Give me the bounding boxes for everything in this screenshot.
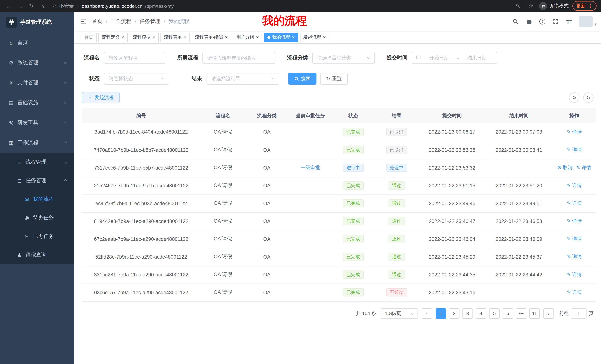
cell-end-time: 2022-01-22 23:46:53 (485, 212, 552, 230)
search-toggle-button[interactable] (569, 92, 580, 103)
goto-page-input[interactable] (571, 308, 587, 318)
tab-label: 我的流程 (272, 34, 290, 40)
page-size-select[interactable]: 10条/页 (381, 308, 418, 318)
address-bar[interactable]: ⚠ 不安全 | dashboard.yudao.iocoder.cn/bpm/t… (53, 3, 511, 9)
sidebar-item-payment-mgmt[interactable]: ¥支付管理 (0, 73, 74, 93)
close-icon[interactable]: × (225, 35, 228, 40)
page-button-11[interactable]: 11 (529, 308, 540, 318)
page-button-5[interactable]: 5 (489, 308, 500, 318)
github-icon[interactable] (523, 16, 535, 28)
cancel-link[interactable]: ⊘ 取消 (557, 165, 572, 170)
status-select[interactable]: 请选择状态 (104, 73, 169, 85)
close-icon[interactable]: × (256, 35, 259, 40)
create-process-button[interactable]: ＋ 发起流程 (82, 92, 120, 103)
tab-user-group[interactable]: 用户分组× (233, 32, 262, 42)
result-select[interactable]: 请选择流结果 (207, 73, 279, 85)
tab-process-form-edit[interactable]: 流程表单-编辑× (192, 32, 231, 42)
detail-link[interactable]: ✎ 详情 (576, 165, 591, 170)
sidebar-item-workflow[interactable]: ▦工作流程 (0, 133, 74, 153)
page-button-3[interactable]: 3 (462, 308, 473, 318)
close-icon[interactable]: × (183, 35, 186, 40)
sidebar-item-leave-query[interactable]: ♟请假查询 (0, 246, 74, 264)
process-def-input[interactable] (202, 52, 275, 64)
sidebar-item-system-mgmt[interactable]: ⚙系统管理 (0, 53, 74, 73)
result-badge: 通过 (388, 199, 405, 207)
close-icon[interactable]: × (121, 35, 124, 40)
logo[interactable]: 芋 芋道管理系统 (0, 12, 74, 33)
detail-link[interactable]: ✎ 详情 (567, 218, 582, 224)
avatar[interactable] (579, 16, 593, 27)
breadcrumb-item-home[interactable]: 首页 (92, 18, 102, 25)
close-icon[interactable]: × (323, 35, 326, 40)
sidebar-item-process-mgmt[interactable]: ≣流程管理 (0, 153, 74, 172)
pagination-more-button[interactable]: ••• (516, 308, 526, 318)
sidebar-item-my-process[interactable]: ✉我的流程 (0, 190, 74, 209)
reload-icon[interactable]: ↻ (27, 1, 36, 10)
sidebar-item-infrastructure[interactable]: ▤基础设施 (0, 93, 74, 113)
category-select[interactable]: 请选择流程分类 (312, 52, 375, 64)
update-button[interactable]: 更新 ⋮ (572, 1, 597, 11)
tab-home[interactable]: 首页 (81, 32, 97, 42)
sidebar-item-home[interactable]: ⌂首页 (0, 33, 74, 53)
cell-current-task (289, 248, 332, 266)
process-name-input[interactable] (104, 52, 165, 64)
chevron-down-icon (64, 60, 67, 64)
detail-link[interactable]: ✎ 详情 (567, 129, 582, 135)
sidebar: 芋 芋道管理系统 ⌂首页⚙系统管理¥支付管理▤基础设施⚒研发工具▦工作流程≣流程… (0, 12, 74, 364)
date-range-picker[interactable]: 开始日期 - 结束日期 (412, 52, 497, 64)
tab-process-definition[interactable]: 流程定义× (99, 32, 128, 42)
fullscreen-icon[interactable] (550, 16, 562, 28)
current-task-link[interactable]: 一级审批 (301, 165, 320, 170)
page-button-1[interactable]: 1 (436, 308, 446, 318)
detail-link[interactable]: ✎ 详情 (567, 272, 582, 277)
sidebar-item-done-task[interactable]: ✂已办任务 (0, 227, 74, 246)
cell-process-name: OA 请假 (200, 123, 245, 141)
bookmark-star-icon[interactable]: ☆ (526, 1, 535, 10)
breadcrumb-item-workflow[interactable]: 工作流程 (111, 18, 131, 25)
help-icon[interactable]: ? (537, 16, 549, 28)
breadcrumb-item-task-mgmt[interactable]: 任务管理 (140, 18, 160, 25)
status-placeholder: 请选择状态 (109, 75, 133, 82)
avatar-caret-icon[interactable]: ▾ (594, 22, 597, 27)
result-badge: 通过 (388, 217, 405, 225)
back-icon[interactable]: ← (4, 1, 13, 10)
table-row: 819442e8-7b9a-11ec-a290-acde48001122OA 请… (82, 212, 596, 230)
tab-process-form[interactable]: 流程表单× (160, 32, 190, 42)
detail-link[interactable]: ✎ 详情 (567, 147, 582, 153)
detail-link[interactable]: ✎ 详情 (567, 200, 582, 206)
cell-actions: ✎ 详情 (552, 230, 596, 248)
search-icon[interactable] (510, 16, 522, 28)
sidebar-item-todo-task[interactable]: ◉待办任务 (0, 209, 74, 227)
detail-link[interactable]: ✎ 详情 (567, 236, 582, 241)
reset-button[interactable]: ↻ 重置 (320, 73, 348, 85)
page-button-4[interactable]: 4 (476, 308, 486, 318)
close-icon[interactable]: × (292, 35, 295, 40)
browser-menu-icon[interactable]: ⋮ (588, 3, 593, 9)
cell-result: 通过 (374, 266, 419, 284)
next-page-button[interactable]: › (543, 308, 554, 318)
page-button-2[interactable]: 2 (449, 308, 460, 318)
prev-page-button[interactable]: ‹ (421, 308, 432, 318)
result-badge: 通过 (388, 182, 405, 190)
tab-start-process[interactable]: 发起流程× (300, 32, 329, 42)
sidebar-item-dev-tools[interactable]: ⚒研发工具 (0, 113, 74, 133)
detail-link[interactable]: ✎ 详情 (567, 289, 582, 295)
font-size-icon[interactable]: TT (563, 16, 575, 28)
sidebar-item-task-mgmt[interactable]: ⊟任务管理 (0, 172, 74, 190)
close-icon[interactable]: × (152, 35, 155, 40)
hamburger-icon[interactable] (74, 12, 92, 31)
tab-process-model[interactable]: 流程模型× (130, 32, 159, 42)
search-button[interactable]: 搜索 (288, 73, 316, 85)
refresh-button[interactable]: ↻ (583, 92, 594, 103)
detail-link[interactable]: ✎ 详情 (567, 182, 582, 188)
tab-my-process[interactable]: 我的流程× (264, 32, 298, 42)
forward-icon[interactable]: → (16, 1, 25, 10)
page-button-6[interactable]: 6 (502, 308, 513, 318)
table-utilities: ↻ (569, 92, 594, 103)
detail-link[interactable]: ✎ 详情 (567, 254, 582, 259)
category-placeholder: 请选择流程分类 (317, 55, 351, 61)
key-icon[interactable] (514, 1, 523, 10)
home-icon[interactable]: ⌂ (38, 1, 47, 10)
process-table: 编号 流程名 流程分类 当前审批任务 状态 结果 提交时间 结束时间 操作 3a… (82, 108, 596, 301)
tab-label: 流程定义 (102, 34, 120, 40)
